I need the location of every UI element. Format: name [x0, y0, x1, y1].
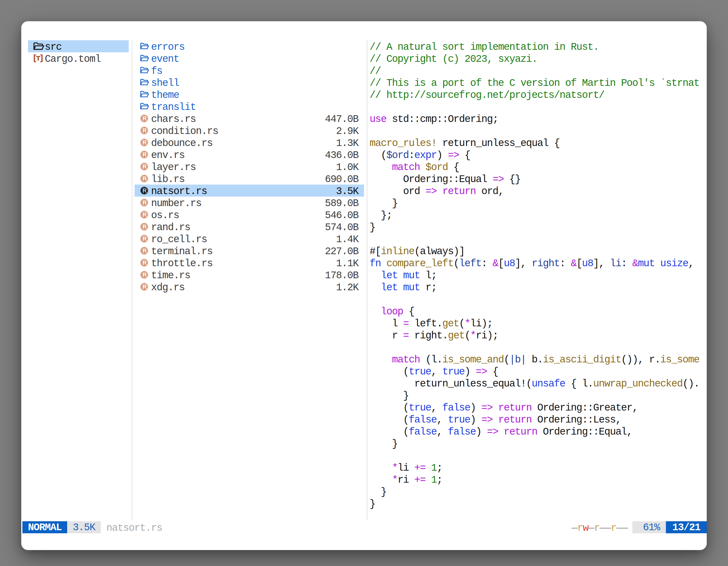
svg-text:R: R: [142, 283, 147, 290]
svg-text:R: R: [142, 260, 147, 266]
svg-text:R: R: [142, 187, 147, 194]
svg-text:R: R: [142, 115, 147, 122]
svg-text:R: R: [142, 224, 147, 230]
svg-text:R: R: [142, 200, 147, 206]
svg-text:R: R: [142, 248, 147, 254]
svg-text:R: R: [142, 175, 147, 182]
svg-text:R: R: [142, 212, 147, 218]
svg-text:R: R: [142, 151, 147, 158]
svg-text:R: R: [142, 139, 147, 146]
svg-text:R: R: [142, 163, 147, 170]
svg-text:R: R: [142, 272, 147, 278]
svg-text:R: R: [142, 127, 147, 134]
svg-text:R: R: [142, 236, 147, 242]
